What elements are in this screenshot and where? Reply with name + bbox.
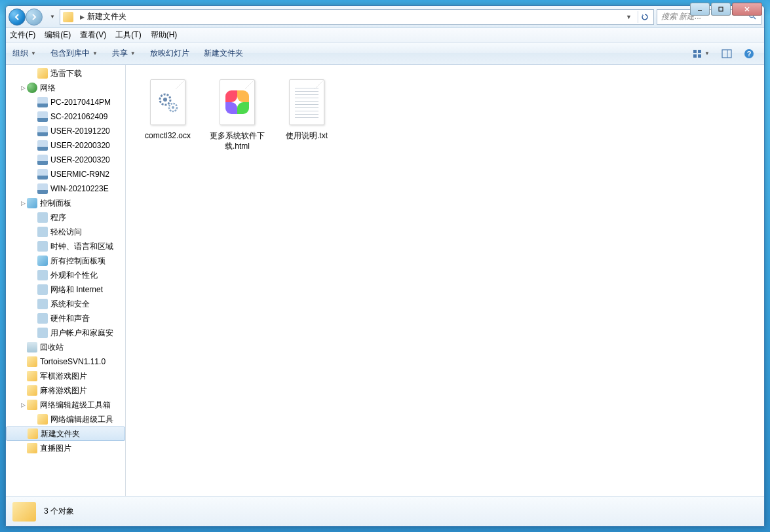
tree-hwsound[interactable]: 硬件和声音 xyxy=(6,311,125,326)
explorer-window: ▼ ▶ 新建文件夹 ▼ 搜索 新建... 文件(F) 编辑(E) 查看(V) 工… xyxy=(5,5,765,527)
tree-xunlei[interactable]: 迅雷下载 xyxy=(6,66,125,81)
tree-pc4[interactable]: USER-20200320 xyxy=(6,138,125,153)
maximize-button[interactable] xyxy=(711,3,731,16)
slideshow-button[interactable]: 放映幻灯片 xyxy=(150,48,189,59)
tree-pc5[interactable]: USER-20200320 xyxy=(6,153,125,167)
tree-label: 回收站 xyxy=(40,342,64,353)
svg-line-5 xyxy=(754,17,756,19)
tree-live[interactable]: 直播图片 xyxy=(6,441,125,455)
folder-icon xyxy=(37,414,48,425)
expand-icon xyxy=(29,415,37,423)
address-bar[interactable]: ▶ 新建文件夹 ▼ xyxy=(60,9,654,25)
expand-icon xyxy=(29,214,37,221)
include-button[interactable]: 包含到库中▼ xyxy=(50,48,98,59)
tree-pc3[interactable]: USER-20191220 xyxy=(6,124,125,138)
tree-pc7[interactable]: WIN-20210223E xyxy=(6,181,125,196)
minimize-button[interactable] xyxy=(690,3,710,16)
menu-edit[interactable]: 编辑(E) xyxy=(45,29,71,41)
pc-icon xyxy=(37,111,48,122)
newfolder-button[interactable]: 新建文件夹 xyxy=(204,48,243,59)
tree-network[interactable]: ▷网络 xyxy=(6,81,125,95)
svg-rect-6 xyxy=(693,50,697,53)
expand-icon xyxy=(29,156,37,164)
svg-point-15 xyxy=(163,98,167,102)
organize-button[interactable]: 组织▼ xyxy=(12,48,36,59)
chevron-right-icon: ▶ xyxy=(80,14,85,20)
view-mode-button[interactable]: ▼ xyxy=(689,47,713,60)
network-icon xyxy=(27,83,37,93)
tree-syssec[interactable]: 系统和安全 xyxy=(6,297,125,311)
tree-label: PC-20170414PM xyxy=(50,98,111,107)
tree-label: 网络 xyxy=(40,83,56,94)
close-button[interactable] xyxy=(732,3,762,16)
menu-tools[interactable]: 工具(T) xyxy=(115,29,141,41)
tree-nettool2[interactable]: 网络编辑超级工具 xyxy=(6,412,125,427)
forward-button[interactable] xyxy=(26,9,43,26)
status-count: 3 个对象 xyxy=(44,506,74,517)
tree-label: 系统和安全 xyxy=(50,299,90,310)
file-item[interactable]: 使用说明.txt xyxy=(274,71,339,156)
tree-pc2[interactable]: SC-2021062409 xyxy=(6,109,125,124)
back-button[interactable] xyxy=(9,9,26,26)
svg-point-17 xyxy=(172,106,174,109)
expand-icon[interactable]: ▷ xyxy=(19,401,27,409)
tree-label: 用户帐户和家庭安 xyxy=(50,328,113,339)
tree-label: 新建文件夹 xyxy=(41,428,80,440)
tree-allcp[interactable]: 所有控制面板项 xyxy=(6,254,125,268)
navigation-tree[interactable]: 迅雷下载▷网络PC-20170414PMSC-2021062409USER-20… xyxy=(6,65,126,496)
generic-icon xyxy=(37,284,48,295)
generic-icon xyxy=(37,212,48,223)
menu-help[interactable]: 帮助(H) xyxy=(151,29,178,41)
menu-file[interactable]: 文件(F) xyxy=(10,29,35,41)
generic-icon xyxy=(37,241,48,252)
expand-icon xyxy=(29,314,37,322)
cpanel-icon xyxy=(27,198,37,208)
tree-label: 军棋游戏图片 xyxy=(40,371,87,382)
tree-svn[interactable]: TortoiseSVN1.11.0 xyxy=(6,354,125,369)
file-thumbnail xyxy=(284,76,330,128)
tree-pc1[interactable]: PC-20170414PM xyxy=(6,95,125,109)
expand-icon xyxy=(29,228,37,236)
file-name: comctl32.ocx xyxy=(145,131,191,142)
svg-rect-1 xyxy=(719,7,723,11)
tree-nettool[interactable]: ▷网络编辑超级工具箱 xyxy=(6,398,125,412)
expand-icon xyxy=(29,98,37,106)
tree-pc6[interactable]: USERMIC-R9N2 xyxy=(6,167,125,181)
address-dropdown[interactable]: ▼ xyxy=(626,14,636,20)
expand-icon xyxy=(29,329,37,337)
tree-mahjong[interactable]: 麻将游戏图片 xyxy=(6,383,125,398)
tree-cpanel[interactable]: ▷控制面板 xyxy=(6,196,125,210)
menu-bar: 文件(F) 编辑(E) 查看(V) 工具(T) 帮助(H) xyxy=(6,28,764,43)
help-button[interactable]: ? xyxy=(741,47,758,61)
share-button[interactable]: 共享▼ xyxy=(112,48,136,59)
tree-region[interactable]: 时钟、语言和区域 xyxy=(6,239,125,254)
tree-newfolder[interactable]: 新建文件夹 xyxy=(6,427,125,441)
file-item[interactable]: comctl32.ocx xyxy=(135,71,201,156)
tree-label: 网络编辑超级工具箱 xyxy=(40,400,111,411)
expand-icon[interactable]: ▷ xyxy=(19,84,27,92)
expand-icon[interactable]: ▷ xyxy=(19,199,27,207)
svg-text:?: ? xyxy=(747,50,752,58)
tree-personal[interactable]: 外观和个性化 xyxy=(6,268,125,282)
file-item[interactable]: 更多系统软件下载.html xyxy=(204,71,270,156)
tree-label: USER-20191220 xyxy=(50,126,110,136)
file-list-pane[interactable]: comctl32.ocx更多系统软件下载.html使用说明.txt xyxy=(126,65,764,496)
command-bar: 组织▼ 包含到库中▼ 共享▼ 放映幻灯片 新建文件夹 ▼ ? xyxy=(6,43,764,65)
tree-recycle[interactable]: 回收站 xyxy=(6,340,125,354)
nav-history-dropdown[interactable]: ▼ xyxy=(48,10,57,24)
tree-netint[interactable]: 网络和 Internet xyxy=(6,282,125,297)
tree-junqi[interactable]: 军棋游戏图片 xyxy=(6,369,125,383)
preview-pane-button[interactable] xyxy=(718,47,735,60)
tree-ease[interactable]: 轻松访问 xyxy=(6,225,125,239)
content-area: 迅雷下载▷网络PC-20170414PMSC-2021062409USER-20… xyxy=(6,65,764,496)
expand-icon xyxy=(29,242,37,250)
menu-view[interactable]: 查看(V) xyxy=(80,29,106,41)
tree-label: 网络编辑超级工具 xyxy=(50,414,113,425)
recycle-icon xyxy=(27,342,37,352)
tree-label: SC-2021062409 xyxy=(50,112,107,121)
breadcrumb-item[interactable]: 新建文件夹 xyxy=(87,11,126,22)
tree-programs[interactable]: 程序 xyxy=(6,210,125,225)
refresh-button[interactable] xyxy=(638,11,651,23)
tree-useracc[interactable]: 用户帐户和家庭安 xyxy=(6,326,125,340)
folder-icon xyxy=(27,371,37,381)
